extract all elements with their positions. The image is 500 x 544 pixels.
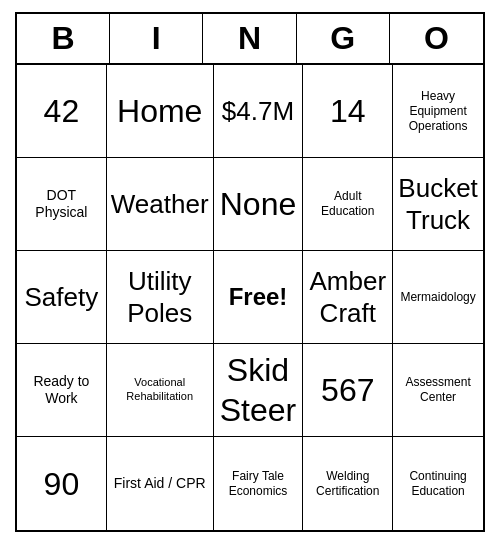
bingo-cell-11: Utility Poles xyxy=(107,251,214,344)
cell-text-4: Heavy Equipment Operations xyxy=(397,89,479,134)
bingo-cell-2: $4.7M xyxy=(214,65,304,158)
cell-text-17: Skid Steer xyxy=(218,350,299,430)
cell-text-2: $4.7M xyxy=(222,95,294,128)
bingo-cell-13: Amber Craft xyxy=(303,251,393,344)
bingo-cell-15: Ready to Work xyxy=(17,344,107,437)
header-letter-g: G xyxy=(297,14,390,63)
cell-text-1: Home xyxy=(117,91,202,131)
cell-text-9: Bucket Truck xyxy=(397,172,479,237)
bingo-cell-17: Skid Steer xyxy=(214,344,304,437)
bingo-cell-19: Assessment Center xyxy=(393,344,483,437)
bingo-cell-24: Continuing Education xyxy=(393,437,483,530)
header-letter-o: O xyxy=(390,14,483,63)
bingo-cell-6: Weather xyxy=(107,158,214,251)
header-letter-b: B xyxy=(17,14,110,63)
cell-text-7: None xyxy=(220,184,297,224)
cell-text-10: Safety xyxy=(25,281,99,314)
cell-text-15: Ready to Work xyxy=(21,373,102,408)
cell-text-18: 567 xyxy=(321,370,374,410)
bingo-cell-20: 90 xyxy=(17,437,107,530)
cell-text-24: Continuing Education xyxy=(397,469,479,499)
cell-text-0: 42 xyxy=(44,91,80,131)
cell-text-6: Weather xyxy=(111,188,209,221)
cell-text-19: Assessment Center xyxy=(397,375,479,405)
bingo-cell-18: 567 xyxy=(303,344,393,437)
cell-text-16: Vocational Rehabilitation xyxy=(111,376,209,404)
cell-text-22: Fairy Tale Economics xyxy=(218,469,299,499)
bingo-cell-8: Adult Education xyxy=(303,158,393,251)
bingo-header: BINGO xyxy=(17,14,483,65)
bingo-cell-4: Heavy Equipment Operations xyxy=(393,65,483,158)
bingo-cell-3: 14 xyxy=(303,65,393,158)
cell-text-21: First Aid / CPR xyxy=(114,475,206,493)
cell-text-3: 14 xyxy=(330,91,366,131)
bingo-cell-0: 42 xyxy=(17,65,107,158)
bingo-cell-10: Safety xyxy=(17,251,107,344)
cell-text-5: DOT Physical xyxy=(21,187,102,222)
cell-text-14: Mermaidology xyxy=(400,290,475,305)
cell-text-11: Utility Poles xyxy=(111,265,209,330)
bingo-card: BINGO 42Home$4.7M14Heavy Equipment Opera… xyxy=(15,12,485,532)
bingo-cell-22: Fairy Tale Economics xyxy=(214,437,304,530)
bingo-grid: 42Home$4.7M14Heavy Equipment OperationsD… xyxy=(17,65,483,530)
bingo-cell-12: Free! xyxy=(214,251,304,344)
cell-text-23: Welding Certification xyxy=(307,469,388,499)
bingo-cell-7: None xyxy=(214,158,304,251)
bingo-cell-23: Welding Certification xyxy=(303,437,393,530)
cell-text-20: 90 xyxy=(44,464,80,504)
cell-text-13: Amber Craft xyxy=(307,265,388,330)
header-letter-i: I xyxy=(110,14,203,63)
bingo-cell-16: Vocational Rehabilitation xyxy=(107,344,214,437)
bingo-cell-21: First Aid / CPR xyxy=(107,437,214,530)
header-letter-n: N xyxy=(203,14,296,63)
cell-text-12: Free! xyxy=(229,282,288,312)
bingo-cell-1: Home xyxy=(107,65,214,158)
cell-text-8: Adult Education xyxy=(307,189,388,219)
bingo-cell-9: Bucket Truck xyxy=(393,158,483,251)
bingo-cell-5: DOT Physical xyxy=(17,158,107,251)
bingo-cell-14: Mermaidology xyxy=(393,251,483,344)
